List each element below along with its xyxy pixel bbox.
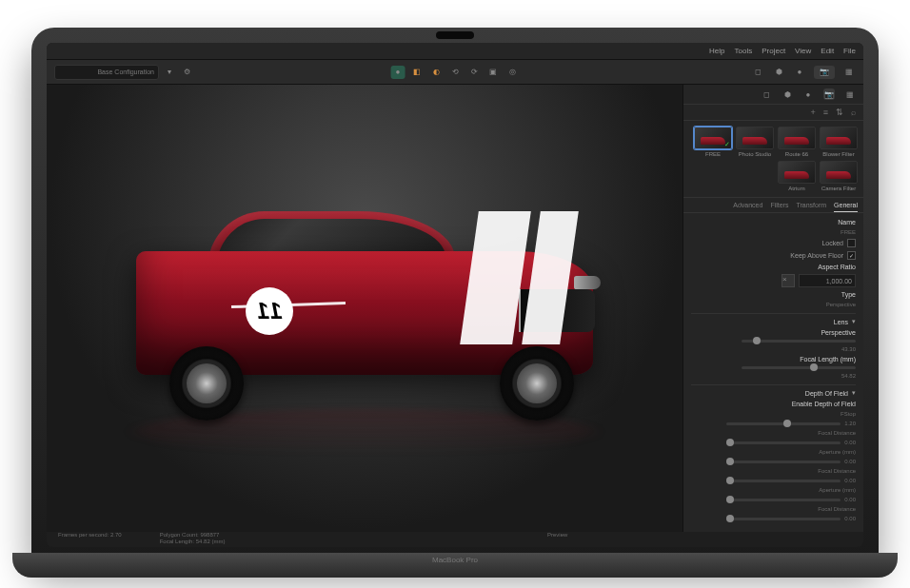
aspect-input[interactable] bbox=[799, 274, 856, 287]
property-tabs: Advanced Filters Transform General bbox=[683, 198, 863, 213]
cylinder-icon[interactable]: ⬢ bbox=[772, 66, 785, 79]
focal-length-value: 54.82 bbox=[841, 373, 856, 379]
refresh-icon[interactable]: ⟲ bbox=[448, 66, 462, 79]
aperture2-label: Aperture (mm) bbox=[819, 487, 856, 493]
aperture-icon[interactable]: ◎ bbox=[505, 66, 519, 79]
right-panel: ◻ ⬢ ● 📷 ▦ + ≡ ⇅ ⌕ FREE Photo Studio Rout… bbox=[682, 85, 863, 532]
focal-dist2-slider[interactable] bbox=[726, 480, 841, 482]
laptop-base: MacBook Pro bbox=[12, 553, 898, 578]
app-screen: Help Tools Project View Edit File Base C… bbox=[47, 43, 863, 547]
panel-tab-sphere-icon[interactable]: ● bbox=[802, 88, 814, 100]
lighting-icon[interactable]: ◐ bbox=[429, 66, 443, 79]
tab-general[interactable]: General bbox=[834, 202, 858, 212]
car-model: 11 bbox=[127, 185, 603, 432]
thumb-photo-studio[interactable]: Photo Studio bbox=[736, 127, 774, 157]
configurator-dropdown[interactable]: Base Configuration bbox=[54, 65, 159, 80]
status-poly: Polygon Count: 998877 Focal Length: 54.8… bbox=[160, 532, 226, 545]
status-preview: Preview bbox=[547, 532, 567, 538]
collapse-icon[interactable]: ▾ bbox=[852, 318, 856, 325]
collapse-icon[interactable]: ▾ bbox=[852, 389, 856, 397]
aperture2-slider[interactable] bbox=[726, 499, 841, 501]
enable-dof-label: Enable Depth of Field bbox=[792, 401, 856, 407]
cube-icon[interactable]: ◻ bbox=[751, 66, 764, 79]
laptop-frame: Help Tools Project View Edit File Base C… bbox=[31, 28, 879, 560]
camera-thumbnails: FREE Photo Studio Route 66 Blower Filter… bbox=[683, 121, 863, 198]
locked-checkbox[interactable] bbox=[847, 239, 856, 247]
aperture-slider[interactable] bbox=[726, 461, 841, 463]
focal-length-slider[interactable] bbox=[742, 366, 856, 369]
dof-section-label: Depth Of Field bbox=[805, 390, 848, 397]
perspective-value: 43.30 bbox=[841, 346, 856, 352]
aspect-label: Aspect Ratio bbox=[818, 264, 856, 270]
save-icon[interactable]: ▣ bbox=[486, 66, 500, 79]
type-label: Type bbox=[841, 291, 856, 298]
perspective-slider[interactable] bbox=[742, 340, 856, 343]
panel-tab-grid-icon[interactable]: ▦ bbox=[844, 88, 856, 100]
sphere-icon[interactable]: ● bbox=[793, 66, 806, 79]
aperture-label: Aperture (mm) bbox=[819, 449, 856, 455]
aspect-clear-button[interactable]: × bbox=[781, 274, 795, 287]
panel-tab-cylinder-icon[interactable]: ⬢ bbox=[781, 88, 793, 100]
focal-dist2-label: Focal Distance bbox=[818, 468, 856, 474]
viewport[interactable]: 11 bbox=[47, 85, 682, 532]
laptop-notch bbox=[436, 31, 474, 39]
thumb-blower-filter[interactable]: Blower Filter bbox=[820, 127, 858, 157]
menu-tools[interactable]: Tools bbox=[735, 47, 753, 55]
type-value: Perspective bbox=[826, 302, 856, 307]
focal-dist-slider[interactable] bbox=[726, 441, 841, 444]
menu-help[interactable]: Help bbox=[709, 47, 724, 55]
fstop-slider[interactable] bbox=[726, 422, 841, 425]
fstop-label: FStop bbox=[841, 411, 856, 417]
keep-above-checkbox[interactable] bbox=[847, 251, 856, 260]
menu-view[interactable]: View bbox=[795, 47, 811, 55]
tab-advanced[interactable]: Advanced bbox=[733, 202, 762, 212]
render-mode-icon[interactable]: ● bbox=[391, 66, 406, 79]
thumb-free[interactable]: FREE bbox=[694, 127, 732, 157]
list-icon[interactable]: ≡ bbox=[823, 108, 828, 117]
status-fps: Frames per second: 2.70 bbox=[58, 532, 122, 539]
material-icon[interactable]: ◧ bbox=[410, 66, 424, 79]
menu-edit[interactable]: Edit bbox=[821, 47, 834, 55]
perspective-label: Perspective bbox=[821, 329, 856, 336]
panel-tab-cube-icon[interactable]: ◻ bbox=[761, 88, 772, 100]
add-icon[interactable]: + bbox=[810, 108, 815, 117]
keep-above-label: Keep Above Floor bbox=[790, 252, 843, 259]
menubar: Help Tools Project View Edit File bbox=[47, 43, 863, 60]
filter-icon[interactable]: ⇅ bbox=[836, 108, 843, 117]
thumb-camera-filter[interactable]: Camera Filter bbox=[820, 161, 858, 191]
locked-label: Locked bbox=[821, 240, 843, 246]
camera-icon[interactable]: 📷 bbox=[814, 66, 835, 79]
focal-dist3-label: Focal Distance bbox=[818, 506, 856, 512]
focal-length-label: Focal Length (mm) bbox=[800, 356, 856, 363]
lens-section-label: Lens bbox=[834, 319, 848, 325]
toolbar: Base Configuration ▾ ⚙ ● ◧ ◐ ⟲ ⟳ ▣ ◎ ◻ ⬢… bbox=[47, 60, 863, 85]
focal-dist-label: Focal Distance bbox=[818, 430, 856, 436]
thumb-atrium[interactable]: Atrium bbox=[778, 161, 816, 191]
panels-icon[interactable]: ▦ bbox=[842, 66, 856, 79]
statusbar: Frames per second: 2.70 Polygon Count: 9… bbox=[47, 532, 863, 547]
menu-file[interactable]: File bbox=[843, 47, 856, 55]
name-value: FREE bbox=[841, 229, 856, 235]
menu-project[interactable]: Project bbox=[762, 47, 785, 55]
gear-icon[interactable]: ⚙ bbox=[180, 66, 193, 79]
panel-tab-camera-icon[interactable]: 📷 bbox=[823, 88, 835, 100]
tab-transform[interactable]: Transform bbox=[796, 202, 826, 212]
thumb-route-66[interactable]: Route 66 bbox=[778, 127, 816, 157]
search-icon[interactable]: ⌕ bbox=[851, 108, 856, 117]
tab-filters[interactable]: Filters bbox=[770, 202, 788, 212]
focal-dist3-slider[interactable] bbox=[726, 518, 841, 520]
name-label: Name bbox=[838, 219, 856, 225]
properties-panel: Name FREE Locked Keep Above Floor Aspect… bbox=[683, 213, 863, 532]
chevron-down-icon[interactable]: ▾ bbox=[163, 66, 176, 79]
sync-icon[interactable]: ⟳ bbox=[467, 66, 481, 79]
